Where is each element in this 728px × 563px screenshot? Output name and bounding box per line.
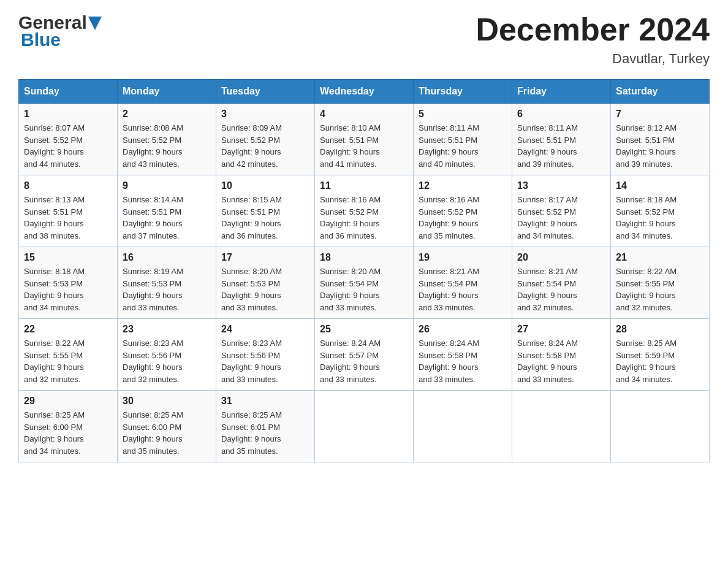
day-cell: 25 Sunrise: 8:24 AM Sunset: 5:57 PM Dayl…: [315, 319, 414, 391]
day-cell: 6 Sunrise: 8:11 AM Sunset: 5:51 PM Dayli…: [512, 104, 611, 175]
day-cell: 12 Sunrise: 8:16 AM Sunset: 5:52 PM Dayl…: [414, 175, 512, 247]
header-saturday: Saturday: [611, 80, 710, 104]
day-number: 25: [320, 324, 408, 335]
header-row: SundayMondayTuesdayWednesdayThursdayFrid…: [19, 80, 710, 104]
day-number: 11: [320, 180, 408, 191]
svg-marker-0: [88, 17, 102, 30]
logo-blue-text: Blue: [21, 29, 61, 50]
header-wednesday: Wednesday: [315, 80, 414, 104]
day-number: 28: [616, 324, 704, 335]
day-info: Sunrise: 8:09 AM Sunset: 5:52 PM Dayligh…: [221, 122, 309, 170]
day-cell: 30 Sunrise: 8:25 AM Sunset: 6:00 PM Dayl…: [118, 391, 216, 462]
day-cell: [512, 391, 611, 462]
day-info: Sunrise: 8:18 AM Sunset: 5:53 PM Dayligh…: [24, 266, 112, 313]
day-cell: 10 Sunrise: 8:15 AM Sunset: 5:51 PM Dayl…: [216, 175, 315, 247]
day-number: 16: [123, 252, 211, 263]
day-cell: 20 Sunrise: 8:21 AM Sunset: 5:54 PM Dayl…: [512, 247, 611, 319]
day-info: Sunrise: 8:14 AM Sunset: 5:51 PM Dayligh…: [123, 194, 211, 242]
week-row-5: 29 Sunrise: 8:25 AM Sunset: 6:00 PM Dayl…: [19, 391, 710, 462]
calendar-table: SundayMondayTuesdayWednesdayThursdayFrid…: [18, 79, 710, 462]
day-number: 8: [24, 180, 112, 191]
day-info: Sunrise: 8:25 AM Sunset: 6:01 PM Dayligh…: [221, 409, 309, 457]
day-info: Sunrise: 8:22 AM Sunset: 5:55 PM Dayligh…: [24, 337, 112, 385]
week-row-3: 15 Sunrise: 8:18 AM Sunset: 5:53 PM Dayl…: [19, 247, 710, 319]
day-info: Sunrise: 8:22 AM Sunset: 5:55 PM Dayligh…: [616, 266, 704, 313]
day-cell: [414, 391, 512, 462]
day-cell: 9 Sunrise: 8:14 AM Sunset: 5:51 PM Dayli…: [118, 175, 216, 247]
day-info: Sunrise: 8:19 AM Sunset: 5:53 PM Dayligh…: [123, 266, 211, 313]
day-info: Sunrise: 8:16 AM Sunset: 5:52 PM Dayligh…: [320, 194, 408, 242]
day-number: 24: [221, 324, 309, 335]
day-cell: 22 Sunrise: 8:22 AM Sunset: 5:55 PM Dayl…: [19, 319, 118, 391]
calendar-header: SundayMondayTuesdayWednesdayThursdayFrid…: [19, 80, 710, 104]
day-cell: 15 Sunrise: 8:18 AM Sunset: 5:53 PM Dayl…: [19, 247, 118, 319]
day-number: 5: [419, 109, 507, 120]
day-info: Sunrise: 8:25 AM Sunset: 6:00 PM Dayligh…: [24, 409, 112, 457]
day-cell: 21 Sunrise: 8:22 AM Sunset: 5:55 PM Dayl…: [611, 247, 710, 319]
day-number: 14: [616, 180, 704, 191]
day-cell: 14 Sunrise: 8:18 AM Sunset: 5:52 PM Dayl…: [611, 175, 710, 247]
day-cell: 1 Sunrise: 8:07 AM Sunset: 5:52 PM Dayli…: [19, 104, 118, 175]
day-info: Sunrise: 8:21 AM Sunset: 5:54 PM Dayligh…: [419, 266, 507, 313]
day-info: Sunrise: 8:07 AM Sunset: 5:52 PM Dayligh…: [24, 122, 112, 170]
day-info: Sunrise: 8:18 AM Sunset: 5:52 PM Dayligh…: [616, 194, 704, 242]
day-number: 1: [24, 109, 112, 120]
day-cell: 18 Sunrise: 8:20 AM Sunset: 5:54 PM Dayl…: [315, 247, 414, 319]
day-cell: 26 Sunrise: 8:24 AM Sunset: 5:58 PM Dayl…: [414, 319, 512, 391]
day-number: 3: [221, 109, 309, 120]
day-number: 4: [320, 109, 408, 120]
day-number: 20: [517, 252, 605, 263]
week-row-2: 8 Sunrise: 8:13 AM Sunset: 5:51 PM Dayli…: [19, 175, 710, 247]
day-number: 12: [419, 180, 507, 191]
day-cell: 29 Sunrise: 8:25 AM Sunset: 6:00 PM Dayl…: [19, 391, 118, 462]
day-cell: 3 Sunrise: 8:09 AM Sunset: 5:52 PM Dayli…: [216, 104, 315, 175]
day-cell: 17 Sunrise: 8:20 AM Sunset: 5:53 PM Dayl…: [216, 247, 315, 319]
month-title: December 2024: [476, 12, 710, 47]
day-number: 6: [517, 109, 605, 120]
day-number: 13: [517, 180, 605, 191]
day-cell: 8 Sunrise: 8:13 AM Sunset: 5:51 PM Dayli…: [19, 175, 118, 247]
day-number: 10: [221, 180, 309, 191]
day-number: 15: [24, 252, 112, 263]
day-cell: 7 Sunrise: 8:12 AM Sunset: 5:51 PM Dayli…: [611, 104, 710, 175]
day-info: Sunrise: 8:23 AM Sunset: 5:56 PM Dayligh…: [123, 337, 211, 385]
location-title: Davutlar, Turkey: [476, 51, 710, 67]
day-cell: 11 Sunrise: 8:16 AM Sunset: 5:52 PM Dayl…: [315, 175, 414, 247]
day-cell: 16 Sunrise: 8:19 AM Sunset: 5:53 PM Dayl…: [118, 247, 216, 319]
day-number: 27: [517, 324, 605, 335]
day-info: Sunrise: 8:24 AM Sunset: 5:57 PM Dayligh…: [320, 337, 408, 385]
day-info: Sunrise: 8:08 AM Sunset: 5:52 PM Dayligh…: [123, 122, 211, 170]
header-monday: Monday: [118, 80, 216, 104]
day-number: 31: [221, 396, 309, 407]
calendar-body: 1 Sunrise: 8:07 AM Sunset: 5:52 PM Dayli…: [19, 104, 710, 462]
day-cell: 23 Sunrise: 8:23 AM Sunset: 5:56 PM Dayl…: [118, 319, 216, 391]
day-info: Sunrise: 8:15 AM Sunset: 5:51 PM Dayligh…: [221, 194, 309, 242]
day-info: Sunrise: 8:13 AM Sunset: 5:51 PM Dayligh…: [24, 194, 112, 242]
day-cell: [611, 391, 710, 462]
day-info: Sunrise: 8:23 AM Sunset: 5:56 PM Dayligh…: [221, 337, 309, 385]
day-cell: 2 Sunrise: 8:08 AM Sunset: 5:52 PM Dayli…: [118, 104, 216, 175]
day-info: Sunrise: 8:24 AM Sunset: 5:58 PM Dayligh…: [419, 337, 507, 385]
day-number: 30: [123, 396, 211, 407]
day-cell: [315, 391, 414, 462]
day-cell: 31 Sunrise: 8:25 AM Sunset: 6:01 PM Dayl…: [216, 391, 315, 462]
day-info: Sunrise: 8:20 AM Sunset: 5:54 PM Dayligh…: [320, 266, 408, 313]
header-thursday: Thursday: [414, 80, 512, 104]
day-info: Sunrise: 8:11 AM Sunset: 5:51 PM Dayligh…: [517, 122, 605, 170]
week-row-1: 1 Sunrise: 8:07 AM Sunset: 5:52 PM Dayli…: [19, 104, 710, 175]
day-number: 17: [221, 252, 309, 263]
page-header: General Blue December 2024 Davutlar, Tur…: [18, 12, 710, 67]
day-info: Sunrise: 8:24 AM Sunset: 5:58 PM Dayligh…: [517, 337, 605, 385]
day-number: 23: [123, 324, 211, 335]
day-number: 29: [24, 396, 112, 407]
day-number: 22: [24, 324, 112, 335]
header-friday: Friday: [512, 80, 611, 104]
day-number: 18: [320, 252, 408, 263]
day-info: Sunrise: 8:16 AM Sunset: 5:52 PM Dayligh…: [419, 194, 507, 242]
day-number: 19: [419, 252, 507, 263]
day-number: 2: [123, 109, 211, 120]
day-number: 9: [123, 180, 211, 191]
header-sunday: Sunday: [19, 80, 118, 104]
day-number: 7: [616, 109, 704, 120]
day-info: Sunrise: 8:17 AM Sunset: 5:52 PM Dayligh…: [517, 194, 605, 242]
